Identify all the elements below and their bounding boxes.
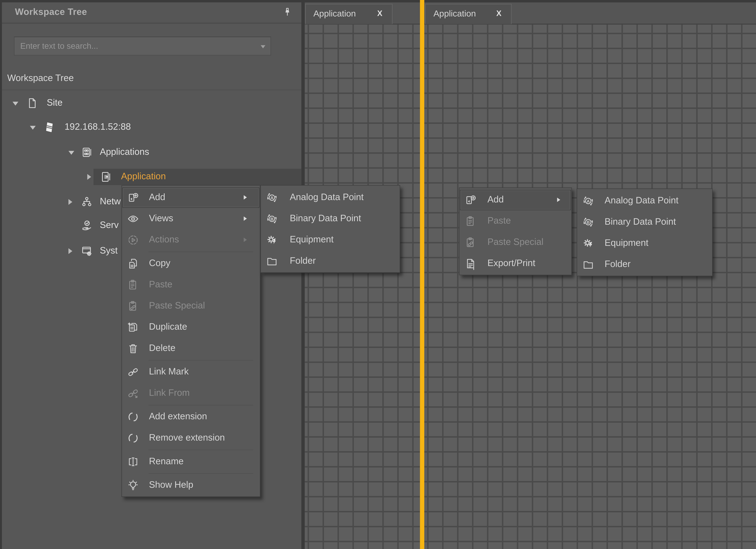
menu-item-label: Paste [149, 279, 173, 290]
analog-point-icon: A [266, 191, 278, 204]
close-icon[interactable]: X [377, 9, 382, 18]
expander-collapsed-icon[interactable] [68, 248, 72, 254]
menu-item-label: Binary Data Point [290, 213, 361, 224]
add-item-icon [127, 191, 139, 204]
menu-item-add[interactable]: Add [122, 187, 260, 208]
paste-special-icon [464, 236, 477, 249]
menu-item-actions[interactable]: Actions [122, 229, 260, 251]
folder-icon [582, 258, 594, 271]
binary-point-icon: B [266, 213, 278, 225]
delete-icon [127, 342, 139, 355]
add-item-icon [464, 194, 477, 206]
menu-item-binary-data-point[interactable]: BBinary Data Point [577, 212, 712, 233]
menu-item-label: Equipment [605, 238, 649, 248]
menu-item-add-extension[interactable]: Add extension [122, 406, 260, 427]
menu-separator [122, 251, 260, 253]
menu-item-copy[interactable]: Copy [122, 253, 260, 274]
menu-item-link-mark[interactable]: Link Mark [122, 361, 260, 383]
menu-item-paste[interactable]: Paste [122, 274, 260, 295]
menu-item-paste[interactable]: Paste [460, 211, 571, 232]
expander-collapsed-icon[interactable] [87, 174, 91, 180]
menu-item-label: Analog Data Point [605, 195, 678, 206]
menu-item-add[interactable]: Add [460, 189, 571, 211]
menu-item-paste-special[interactable]: Paste Special [122, 295, 260, 317]
tree-item-label[interactable]: Application [121, 171, 166, 182]
duplicate-icon [127, 321, 139, 334]
menu-item-paste-special[interactable]: Paste Special [460, 232, 571, 253]
tree-item-label[interactable]: 192.168.1.52:88 [65, 121, 131, 132]
submenu-arrow-icon [242, 215, 248, 222]
menu-item-label: Analog Data Point [290, 192, 364, 202]
tree-item-label[interactable]: Netw [100, 196, 121, 207]
menu-item-link-from[interactable]: Link From [122, 383, 260, 404]
menu-item-analog-data-point[interactable]: AAnalog Data Point [577, 190, 712, 212]
menu-item-analog-data-point[interactable]: AAnalog Data Point [261, 187, 400, 208]
close-icon[interactable]: X [496, 9, 501, 18]
menu-item-label: Folder [290, 255, 316, 266]
menu-item-label: Views [149, 213, 173, 224]
pane-splitter[interactable] [420, 0, 424, 549]
expander-expanded-icon[interactable] [13, 102, 18, 106]
menu-item-folder[interactable]: Folder [261, 251, 400, 272]
add-submenu-right: AAnalog Data PointBBinary Data PointEqui… [577, 188, 713, 276]
network-icon [81, 196, 93, 208]
views-icon [127, 213, 139, 225]
actions-icon [127, 234, 139, 246]
submenu-arrow-icon [242, 194, 248, 201]
expander-collapsed-icon[interactable] [68, 199, 72, 205]
menu-item-equipment[interactable]: Equipment [261, 229, 400, 251]
tree-item-label[interactable]: Site [47, 97, 63, 108]
menu-item-label: Folder [605, 259, 631, 269]
menu-item-label: Link From [149, 387, 190, 398]
link-mark-icon [127, 366, 139, 378]
menu-item-remove-extension[interactable]: Remove extension [122, 428, 260, 449]
submenu-arrow-icon [555, 197, 562, 203]
folder-icon [266, 255, 278, 267]
svg-text:A: A [587, 199, 590, 204]
menu-item-label: Duplicate [149, 322, 187, 332]
add-submenu-left: AAnalog Data PointBBinary Data PointEqui… [260, 185, 400, 273]
tree-row[interactable]: Application [2, 169, 301, 185]
menu-item-rename[interactable]: Rename [122, 451, 260, 472]
tree-item-label[interactable]: Serv [100, 220, 119, 230]
menu-item-label: Rename [149, 456, 184, 467]
paste-special-icon [127, 300, 139, 312]
menu-item-views[interactable]: Views [122, 208, 260, 229]
menu-item-label: Remove extension [149, 432, 225, 443]
tree-item-label[interactable]: Syst [100, 245, 118, 256]
menu-item-label: Equipment [290, 234, 334, 245]
tab-label: Application [313, 9, 356, 19]
tab-bar-pane2: Application X [424, 2, 756, 25]
remove-extension-icon [127, 432, 139, 444]
tree-row[interactable]: 192.168.1.52:88 [2, 119, 301, 136]
design-canvas-pane2[interactable] [424, 25, 756, 549]
menu-item-show-help[interactable]: Show Help [122, 475, 260, 496]
menu-item-label: Paste Special [487, 237, 544, 247]
tree-item-label[interactable]: Applications [100, 146, 149, 157]
submenu-arrow-icon [242, 237, 248, 243]
menu-item-folder[interactable]: Folder [577, 254, 712, 275]
menu-item-label: Copy [149, 258, 170, 269]
menu-item-binary-data-point[interactable]: BBinary Data Point [261, 208, 400, 229]
menu-item-equipment[interactable]: Equipment [577, 233, 712, 254]
tree-row[interactable]: Site [2, 95, 301, 111]
copy-icon [127, 257, 139, 270]
menu-item-duplicate[interactable]: Duplicate [122, 317, 260, 338]
expander-expanded-icon[interactable] [68, 151, 74, 155]
tab-application-pane1[interactable]: Application X [305, 4, 392, 24]
analog-point-icon: A [582, 195, 594, 207]
design-canvas-pane1[interactable] [305, 25, 420, 549]
expander-expanded-icon[interactable] [30, 126, 36, 130]
tab-application-pane2[interactable]: Application X [425, 4, 512, 24]
tree-row[interactable]: Applications [2, 144, 301, 161]
menu-item-export-print[interactable]: Export/Print [460, 253, 571, 274]
document-icon [26, 97, 39, 109]
device-icon [43, 121, 56, 133]
menu-item-delete[interactable]: Delete [122, 338, 260, 359]
menu-item-label: Add [487, 194, 504, 205]
link-from-icon [127, 387, 139, 400]
equipment-icon [582, 237, 594, 250]
menu-item-label: Show Help [149, 480, 193, 490]
menu-separator [122, 449, 260, 451]
svg-text:A: A [270, 195, 273, 200]
